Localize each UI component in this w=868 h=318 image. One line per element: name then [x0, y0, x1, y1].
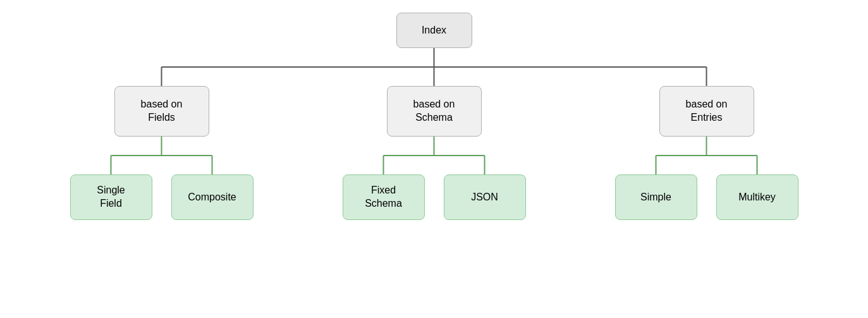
node-json-label: JSON	[471, 191, 498, 204]
node-based-on-entries: based onEntries	[659, 86, 754, 137]
node-multikey-label: Multikey	[738, 191, 776, 204]
node-fixed-schema: FixedSchema	[343, 174, 425, 220]
node-composite: Composite	[171, 174, 254, 220]
node-simple-label: Simple	[640, 191, 671, 204]
node-multikey: Multikey	[716, 174, 798, 220]
node-based-on-fields: based onFields	[114, 86, 209, 137]
node-based-on-schema: based onSchema	[387, 86, 482, 137]
node-single-field-label: SingleField	[97, 184, 125, 211]
node-fixed-schema-label: FixedSchema	[365, 184, 402, 211]
diagram-container: Index based onFields based onSchema base…	[0, 0, 868, 318]
node-composite-label: Composite	[188, 191, 236, 204]
node-based-on-fields-label: based onFields	[141, 98, 183, 125]
node-json: JSON	[444, 174, 526, 220]
node-based-on-schema-label: based onSchema	[413, 98, 455, 125]
node-index-label: Index	[422, 24, 446, 37]
node-simple: Simple	[615, 174, 697, 220]
node-based-on-entries-label: based onEntries	[686, 98, 728, 125]
node-index: Index	[396, 13, 472, 48]
node-single-field: SingleField	[70, 174, 152, 220]
